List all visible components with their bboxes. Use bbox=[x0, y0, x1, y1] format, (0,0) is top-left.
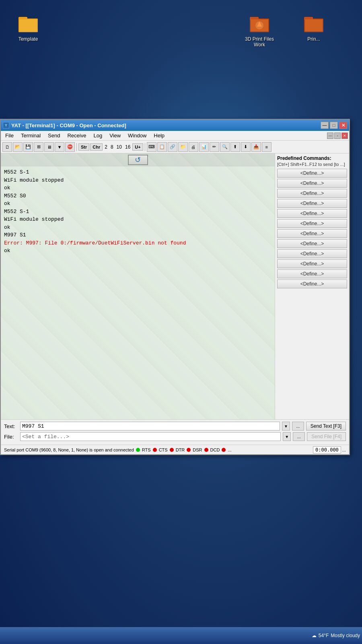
temperature: 54°F bbox=[319, 633, 329, 638]
terminal-output: M552 S-1 WiFi module stopped ok M552 S0 … bbox=[1, 166, 275, 257]
file-label: File: bbox=[4, 434, 18, 440]
define-btn-5[interactable]: <Define...> bbox=[277, 219, 347, 228]
send-file-button[interactable]: Send File [F4] bbox=[307, 432, 346, 441]
toolbar-str[interactable]: Str bbox=[78, 143, 89, 151]
define-btn-0[interactable]: <Define...> bbox=[277, 169, 347, 178]
status-right: 0:00.000 ... bbox=[313, 446, 346, 453]
define-btn-10[interactable]: <Define...> bbox=[277, 269, 347, 278]
output-line-3: M552 S0 bbox=[4, 192, 272, 200]
menu-view[interactable]: View bbox=[106, 132, 124, 139]
toolbar-icon10[interactable]: ⬇ bbox=[241, 142, 251, 152]
text-input-row: Text: ▼ ... Send Text [F3] bbox=[4, 422, 346, 431]
minimize-button[interactable]: — bbox=[321, 122, 329, 129]
weather-icon: ☁ bbox=[312, 633, 317, 638]
define-btn-8[interactable]: <Define...> bbox=[277, 249, 347, 258]
output-line-0: M552 S-1 bbox=[4, 168, 272, 176]
toolbar-open[interactable]: 📂 bbox=[13, 142, 23, 152]
text-input[interactable] bbox=[20, 422, 280, 431]
terminal-area[interactable]: ↺ M552 S-1 WiFi module stopped ok M552 S… bbox=[1, 153, 275, 419]
timer-display: 0:00.000 bbox=[313, 446, 341, 453]
define-btn-1[interactable]: <Define...> bbox=[277, 179, 347, 188]
close-button[interactable]: ✕ bbox=[339, 122, 347, 129]
toolbar-icon4[interactable]: 📁 bbox=[178, 142, 188, 152]
toolbar-save[interactable]: 💾 bbox=[23, 142, 33, 152]
toolbar-icon11[interactable]: 📥 bbox=[251, 142, 261, 152]
desktop-icon-template[interactable]: Template bbox=[10, 12, 46, 42]
menu-close[interactable]: ✕ bbox=[341, 133, 348, 139]
send-text-button[interactable]: Send Text [F3] bbox=[306, 422, 346, 431]
status-message: Serial port COM9 (9600, 8, None, 1, None… bbox=[4, 447, 134, 452]
toolbar-btn4[interactable]: ⊞ bbox=[34, 142, 43, 152]
menu-window[interactable]: Window bbox=[125, 132, 150, 139]
menu-help[interactable]: Help bbox=[150, 132, 168, 139]
desktop-icons-right: 3D Print Files Work Prin... bbox=[235, 10, 338, 50]
toolbar-btn5[interactable]: 🖥 bbox=[44, 142, 54, 152]
3dprint-icon-label: 3D Print Files Work bbox=[245, 36, 274, 48]
svg-rect-10 bbox=[305, 19, 323, 31]
define-btn-9[interactable]: <Define...> bbox=[277, 259, 347, 268]
file-input-row: File: ▼ ... Send File [F4] bbox=[4, 432, 346, 441]
menu-bar: File Terminal Send Receive Log View Wind… bbox=[1, 131, 349, 141]
toolbar-num2: 2 bbox=[103, 144, 109, 150]
file-input[interactable] bbox=[20, 432, 281, 441]
toolbar-icon6[interactable]: 📊 bbox=[199, 142, 209, 152]
file-browse-button[interactable]: ... bbox=[293, 432, 305, 441]
menu-receive[interactable]: Receive bbox=[64, 132, 89, 139]
toolbar-icon5[interactable]: 🖨 bbox=[189, 142, 198, 152]
define-btn-3[interactable]: <Define...> bbox=[277, 199, 347, 208]
toolbar-new[interactable]: 🗋 bbox=[2, 142, 12, 152]
predefined-subtitle: [Ctrl+] Shift+F1..F12 to send [to ...] bbox=[277, 162, 347, 167]
dsr-indicator bbox=[204, 448, 208, 452]
toolbar-icon12[interactable]: ≡ bbox=[262, 142, 272, 152]
dcd-label: DCD bbox=[210, 447, 220, 452]
dtr-label: DTR bbox=[176, 447, 185, 452]
menu-terminal[interactable]: Terminal bbox=[18, 132, 44, 139]
output-line-2: ok bbox=[4, 184, 272, 192]
dsr-label: DSR bbox=[193, 447, 202, 452]
menu-restore[interactable]: ▫ bbox=[334, 133, 341, 139]
window-title: YAT - [[Terminal1] - COM9 - Open - Conne… bbox=[11, 122, 126, 128]
menu-log[interactable]: Log bbox=[90, 132, 105, 139]
define-btn-4[interactable]: <Define...> bbox=[277, 209, 347, 218]
text-browse-button[interactable]: ... bbox=[292, 422, 304, 431]
define-btn-7[interactable]: <Define...> bbox=[277, 239, 347, 248]
toolbar-icon2[interactable]: 📋 bbox=[157, 142, 167, 152]
desktop-icon-print[interactable]: Prin... bbox=[296, 12, 332, 48]
text-dropdown-button[interactable]: ▼ bbox=[282, 422, 290, 431]
print-icon-label: Prin... bbox=[307, 36, 320, 42]
dtr-indicator bbox=[187, 448, 191, 452]
toolbar-icon1[interactable]: ⌨ bbox=[147, 142, 156, 152]
output-line-7: ok bbox=[4, 224, 272, 232]
toolbar: 🗋 📂 💾 ⊞ 🖥 ▼ ⛔ Str Chr 2 8 10 16 U+ ⌨ 📋 🔗… bbox=[1, 141, 349, 153]
toolbar-icon9[interactable]: ⬆ bbox=[230, 142, 240, 152]
title-bar-buttons: — □ ✕ bbox=[321, 122, 347, 129]
define-btn-2[interactable]: <Define...> bbox=[277, 189, 347, 198]
terminal-back-button[interactable]: ↺ bbox=[128, 155, 148, 165]
define-btn-11[interactable]: <Define...> bbox=[277, 280, 347, 288]
predefined-panel: Predefined Commands: [Ctrl+] Shift+F1..F… bbox=[275, 153, 349, 419]
toolbar-icon3[interactable]: 🔗 bbox=[168, 142, 177, 152]
bottom-input-area: Text: ▼ ... Send Text [F3] File: ▼ ... S… bbox=[1, 419, 349, 445]
yat-window: Y YAT - [[Terminal1] - COM9 - Open - Con… bbox=[0, 119, 350, 455]
toolbar-icon8[interactable]: 🔍 bbox=[220, 142, 230, 152]
menu-send[interactable]: Send bbox=[45, 132, 63, 139]
toolbar-icon7[interactable]: ✏ bbox=[210, 142, 219, 152]
menu-minimize[interactable]: — bbox=[327, 133, 333, 139]
maximize-button[interactable]: □ bbox=[330, 122, 338, 129]
output-line-6: WiFi module stopped bbox=[4, 215, 272, 224]
menu-file[interactable]: File bbox=[2, 132, 17, 139]
desktop-icon-3dprint[interactable]: 3D Print Files Work bbox=[241, 12, 278, 48]
terminal-header: ↺ bbox=[1, 153, 275, 166]
toolbar-btn7[interactable]: ⛔ bbox=[65, 142, 75, 152]
text-label: Text: bbox=[4, 423, 18, 429]
toolbar-btn6[interactable]: ▼ bbox=[55, 142, 64, 152]
output-line-1: WiFi module stopped bbox=[4, 176, 272, 184]
toolbar-uplus[interactable]: U+ bbox=[132, 143, 143, 151]
dcd-indicator bbox=[222, 448, 226, 452]
define-btn-6[interactable]: <Define...> bbox=[277, 229, 347, 238]
file-dropdown-button[interactable]: ▼ bbox=[283, 432, 291, 441]
svg-rect-3 bbox=[19, 19, 37, 31]
output-line-4: ok bbox=[4, 200, 272, 208]
main-content: ↺ M552 S-1 WiFi module stopped ok M552 S… bbox=[1, 153, 349, 419]
toolbar-chr[interactable]: Chr bbox=[90, 143, 103, 151]
